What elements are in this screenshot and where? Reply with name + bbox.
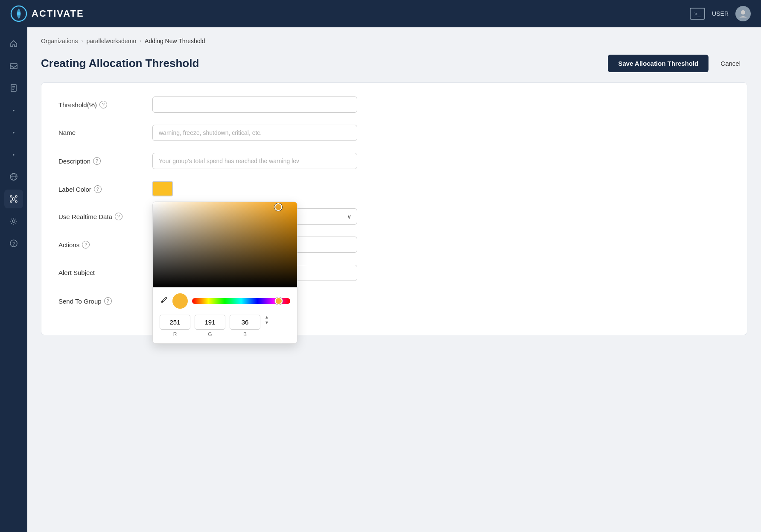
sidebar-item-dot1[interactable]: ● xyxy=(4,101,23,120)
send-to-group-label: Send To Group ? xyxy=(58,293,152,305)
breadcrumb: Organizations › parallelworksdemo › Addi… xyxy=(41,38,747,44)
color-picker-handle[interactable] xyxy=(274,203,282,211)
svg-point-12 xyxy=(10,196,12,197)
name-row: Name xyxy=(58,125,730,141)
description-label: Description ? xyxy=(58,153,152,165)
mode-arrow-up: ▲ xyxy=(265,315,269,319)
threshold-input[interactable] xyxy=(152,96,357,113)
breadcrumb-sep-1: › xyxy=(81,38,83,44)
svg-line-17 xyxy=(15,197,16,198)
save-allocation-threshold-button[interactable]: Save Allocation Threshold xyxy=(608,55,709,72)
navbar: ACTIVATE >_ USER xyxy=(0,0,761,27)
actions-help-icon[interactable]: ? xyxy=(82,241,90,248)
r-field-wrap: R xyxy=(160,315,190,337)
main-content: Organizations › parallelworksdemo › Addi… xyxy=(27,27,761,532)
rgb-inputs: R G B xyxy=(160,315,290,337)
color-swatch[interactable] xyxy=(152,181,173,196)
rgb-mode-toggle[interactable]: ▲ ▼ xyxy=(265,315,269,337)
g-field-wrap: G xyxy=(195,315,225,337)
svg-point-1 xyxy=(17,12,20,15)
color-picker-controls xyxy=(160,293,290,309)
svg-text:?: ? xyxy=(12,241,15,246)
sidebar-item-dot2[interactable]: ● xyxy=(4,123,23,142)
g-label: G xyxy=(208,331,212,337)
g-input[interactable] xyxy=(195,315,225,330)
terminal-icon[interactable]: >_ xyxy=(690,8,705,20)
threshold-label: Threshold(%) ? xyxy=(58,96,152,108)
page-title: Creating Allocation Threshold xyxy=(41,57,199,70)
threshold-row: Threshold(%) ? xyxy=(58,96,730,113)
label-color-label: Label Color ? xyxy=(58,181,152,193)
svg-line-19 xyxy=(15,200,16,201)
breadcrumb-sep-2: › xyxy=(140,38,141,44)
name-label: Name xyxy=(58,125,152,136)
color-picker-bottom: R G B xyxy=(153,287,297,343)
sidebar-item-network[interactable] xyxy=(4,190,23,208)
hue-slider[interactable] xyxy=(192,298,290,304)
page-header: Creating Allocation Threshold Save Alloc… xyxy=(41,55,747,72)
navbar-right: >_ USER xyxy=(690,6,751,21)
sidebar: ● ● ● ? xyxy=(0,27,27,532)
mode-arrow-down: ▼ xyxy=(265,320,269,325)
description-row: Description ? xyxy=(58,153,730,169)
logo: ACTIVATE xyxy=(10,5,84,22)
breadcrumb-org-name[interactable]: parallelworksdemo xyxy=(86,38,136,44)
b-label: B xyxy=(243,331,247,337)
svg-point-13 xyxy=(15,196,17,197)
sidebar-item-inbox[interactable] xyxy=(4,56,23,75)
cancel-button[interactable]: Cancel xyxy=(714,55,747,72)
name-control xyxy=(152,125,357,141)
form-card: Threshold(%) ? Name Description ? xyxy=(41,82,747,335)
avatar xyxy=(735,6,751,21)
hue-slider-wrap[interactable] xyxy=(192,298,290,304)
realtime-help-icon[interactable]: ? xyxy=(115,213,122,220)
svg-point-2 xyxy=(741,10,745,15)
svg-point-15 xyxy=(15,201,17,202)
sidebar-item-dot3[interactable]: ● xyxy=(4,145,23,164)
svg-line-16 xyxy=(12,197,13,198)
realtime-label: Use Realtime Data ? xyxy=(58,208,152,220)
svg-line-18 xyxy=(12,200,13,201)
color-picker-popup: R G B xyxy=(152,202,297,344)
send-to-group-help-icon[interactable]: ? xyxy=(104,297,112,305)
svg-point-11 xyxy=(12,198,15,200)
breadcrumb-organizations[interactable]: Organizations xyxy=(41,38,78,44)
label-color-row: Label Color ? xyxy=(58,181,730,196)
r-label: R xyxy=(173,331,177,337)
sidebar-item-help[interactable]: ? xyxy=(4,234,23,253)
svg-point-14 xyxy=(10,201,12,202)
r-input[interactable] xyxy=(160,315,190,330)
sidebar-item-globe[interactable] xyxy=(4,167,23,186)
header-actions: Save Allocation Threshold Cancel xyxy=(608,55,747,72)
color-gradient-area[interactable] xyxy=(153,202,297,287)
description-input[interactable] xyxy=(152,153,357,169)
threshold-control xyxy=(152,96,357,113)
description-control xyxy=(152,153,357,169)
sidebar-item-docs[interactable] xyxy=(4,79,23,97)
label-color-control: R G B xyxy=(152,181,357,196)
threshold-help-icon[interactable]: ? xyxy=(99,101,107,108)
sidebar-item-settings[interactable] xyxy=(4,212,23,231)
breadcrumb-current: Adding New Threshold xyxy=(145,38,205,44)
user-label: USER xyxy=(712,10,729,17)
eyedropper-button[interactable] xyxy=(160,296,168,307)
label-color-help-icon[interactable]: ? xyxy=(94,185,102,193)
description-help-icon[interactable]: ? xyxy=(93,157,101,165)
hue-thumb xyxy=(275,297,283,305)
actions-label: Actions ? xyxy=(58,237,152,248)
svg-point-20 xyxy=(12,220,15,222)
color-swatch-row: R G B xyxy=(152,181,357,196)
sidebar-item-home[interactable] xyxy=(4,34,23,53)
alert-subject-label: Alert Subject xyxy=(58,265,152,276)
app-name: ACTIVATE xyxy=(32,8,84,19)
b-field-wrap: B xyxy=(230,315,260,337)
color-preview-circle xyxy=(172,293,188,309)
logo-icon xyxy=(10,5,27,22)
b-input[interactable] xyxy=(230,315,260,330)
name-input[interactable] xyxy=(152,125,357,141)
